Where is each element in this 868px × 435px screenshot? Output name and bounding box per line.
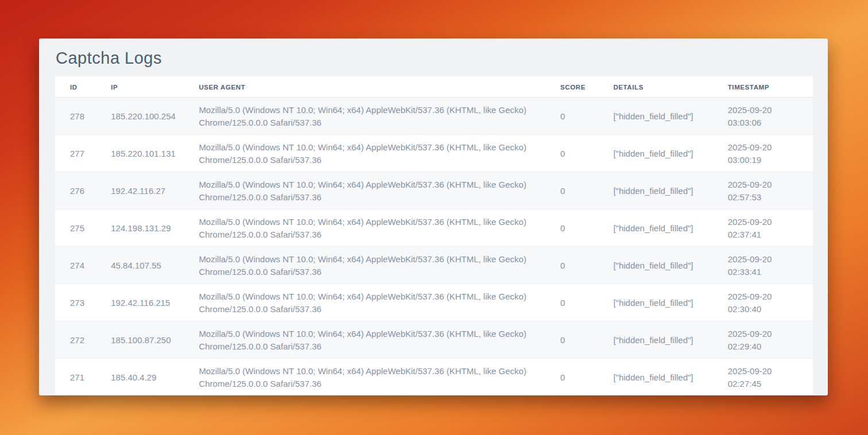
cell-timestamp: 2025-09-20 02:57:53 <box>713 172 813 209</box>
cell-ip: 45.84.107.55 <box>96 247 184 284</box>
cell-user-agent: Mozilla/5.0 (Windows NT 10.0; Win64; x64… <box>184 98 545 135</box>
cell-score: 0 <box>545 98 598 135</box>
table-row: 275 124.198.131.29 Mozilla/5.0 (Windows … <box>55 209 813 247</box>
cell-details: ["hidden_field_filled"] <box>598 98 712 135</box>
cell-id: 278 <box>55 98 96 135</box>
column-header-id: ID <box>55 76 96 98</box>
cell-ip: 185.220.100.254 <box>96 98 184 135</box>
cell-ip: 185.100.87.250 <box>96 321 184 359</box>
table-row: 271 185.40.4.29 Mozilla/5.0 (Windows NT … <box>55 359 813 396</box>
cell-score: 0 <box>545 209 598 247</box>
cell-user-agent: Mozilla/5.0 (Windows NT 10.0; Win64; x64… <box>184 135 545 172</box>
table-row: 276 192.42.116.27 Mozilla/5.0 (Windows N… <box>55 172 813 209</box>
cell-details: ["hidden_field_filled"] <box>598 135 712 172</box>
cell-user-agent: Mozilla/5.0 (Windows NT 10.0; Win64; x64… <box>184 359 545 396</box>
cell-details: ["hidden_field_filled"] <box>598 172 712 209</box>
cell-timestamp: 2025-09-20 02:37:41 <box>713 209 813 247</box>
page-title: Captcha Logs <box>56 46 828 69</box>
cell-user-agent: Mozilla/5.0 (Windows NT 10.0; Win64; x64… <box>184 321 545 359</box>
cell-score: 0 <box>545 321 598 359</box>
table-row: 277 185.220.101.131 Mozilla/5.0 (Windows… <box>55 135 813 172</box>
cell-user-agent: Mozilla/5.0 (Windows NT 10.0; Win64; x64… <box>184 284 545 321</box>
cell-id: 273 <box>55 284 96 321</box>
logs-table: ID IP USER AGENT SCORE DETAILS TIMESTAMP… <box>55 76 813 395</box>
column-header-user-agent: USER AGENT <box>184 76 545 98</box>
table-row: 273 192.42.116.215 Mozilla/5.0 (Windows … <box>55 284 813 321</box>
cell-score: 0 <box>545 172 598 209</box>
cell-ip: 192.42.116.27 <box>96 172 184 209</box>
table-row: 272 185.100.87.250 Mozilla/5.0 (Windows … <box>55 321 813 359</box>
cell-timestamp: 2025-09-20 02:27:45 <box>713 359 813 396</box>
cell-id: 271 <box>55 359 96 396</box>
cell-ip: 185.220.101.131 <box>96 135 184 172</box>
cell-user-agent: Mozilla/5.0 (Windows NT 10.0; Win64; x64… <box>184 209 545 247</box>
cell-timestamp: 2025-09-20 02:30:40 <box>713 284 813 321</box>
cell-details: ["hidden_field_filled"] <box>598 284 712 321</box>
cell-ip: 185.40.4.29 <box>96 359 184 396</box>
captcha-logs-card: Captcha Logs ID IP USER AGENT SCORE DETA… <box>39 38 828 395</box>
logs-table-container: ID IP USER AGENT SCORE DETAILS TIMESTAMP… <box>55 76 813 395</box>
table-row: 274 45.84.107.55 Mozilla/5.0 (Windows NT… <box>55 247 813 284</box>
cell-score: 0 <box>545 247 598 284</box>
cell-id: 274 <box>55 247 96 284</box>
cell-timestamp: 2025-09-20 02:29:40 <box>713 321 813 359</box>
cell-id: 277 <box>55 135 96 172</box>
cell-details: ["hidden_field_filled"] <box>598 209 712 247</box>
cell-ip: 192.42.116.215 <box>96 284 184 321</box>
column-header-timestamp: TIMESTAMP <box>713 76 813 98</box>
table-row: 278 185.220.100.254 Mozilla/5.0 (Windows… <box>55 98 813 135</box>
cell-id: 272 <box>55 321 96 359</box>
cell-details: ["hidden_field_filled"] <box>598 359 712 396</box>
column-header-ip: IP <box>96 76 184 98</box>
column-header-score: SCORE <box>545 76 598 98</box>
cell-details: ["hidden_field_filled"] <box>598 247 712 284</box>
cell-user-agent: Mozilla/5.0 (Windows NT 10.0; Win64; x64… <box>184 172 545 209</box>
cell-timestamp: 2025-09-20 02:33:41 <box>713 247 813 284</box>
cell-user-agent: Mozilla/5.0 (Windows NT 10.0; Win64; x64… <box>184 247 545 284</box>
cell-id: 275 <box>55 209 96 247</box>
table-header: ID IP USER AGENT SCORE DETAILS TIMESTAMP <box>55 76 813 98</box>
cell-timestamp: 2025-09-20 03:00:19 <box>713 135 813 172</box>
column-header-details: DETAILS <box>598 76 712 98</box>
cell-score: 0 <box>545 284 598 321</box>
cell-score: 0 <box>545 359 598 396</box>
log-table-body: 278 185.220.100.254 Mozilla/5.0 (Windows… <box>55 98 813 396</box>
cell-score: 0 <box>545 135 598 172</box>
cell-id: 276 <box>55 172 96 209</box>
cell-timestamp: 2025-09-20 03:03:06 <box>713 98 813 135</box>
cell-details: ["hidden_field_filled"] <box>598 321 712 359</box>
page-background: { "page": { "title": "Captcha Logs" }, "… <box>0 0 868 435</box>
cell-ip: 124.198.131.29 <box>96 209 184 247</box>
